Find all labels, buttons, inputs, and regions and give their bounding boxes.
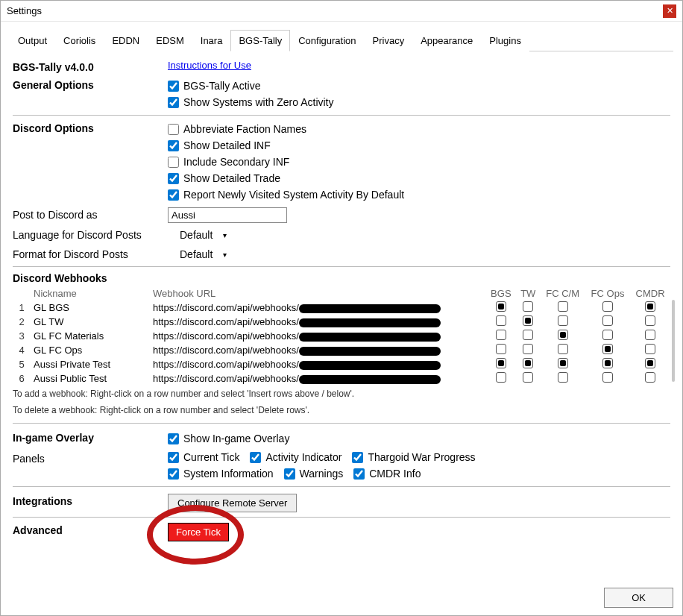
webhook-flag-checkbox[interactable]	[496, 358, 506, 368]
webhook-flag-checkbox[interactable]	[602, 315, 613, 326]
webhook-flag-checkbox[interactable]	[523, 315, 533, 326]
tab-bar: OutputCoriolisEDDNEDSMInaraBGS-TallyConf…	[10, 29, 673, 51]
scrollbar[interactable]	[672, 300, 675, 382]
webhook-nickname[interactable]: GL TW	[31, 315, 150, 329]
window-title: Settings	[7, 5, 663, 16]
general-opt-checkbox-1[interactable]	[168, 97, 179, 108]
tab-plugins[interactable]: Plugins	[481, 30, 529, 51]
row-number[interactable]: 4	[13, 343, 31, 357]
webhook-nickname[interactable]: GL FC Materials	[31, 329, 150, 343]
webhook-flag-checkbox[interactable]	[645, 344, 655, 354]
row-number[interactable]: 6	[13, 371, 31, 386]
webhook-flag-checkbox[interactable]	[602, 358, 613, 368]
webhook-flag-checkbox[interactable]	[645, 301, 655, 312]
tab-privacy[interactable]: Privacy	[365, 30, 413, 51]
table-row[interactable]: 2GL TWhttps://discord.com/api/webhooks/	[13, 315, 670, 329]
tab-coriolis[interactable]: Coriolis	[55, 30, 104, 51]
tab-eddn[interactable]: EDDN	[104, 30, 148, 51]
webhook-flag-checkbox[interactable]	[496, 301, 506, 312]
post-as-input[interactable]	[168, 207, 287, 223]
webhook-flag-checkbox[interactable]	[523, 372, 533, 383]
webhook-url[interactable]: https://discord.com/api/webhooks/	[150, 371, 486, 386]
tab-configuration[interactable]: Configuration	[290, 30, 364, 51]
discord-opt-checkbox-2[interactable]	[168, 157, 179, 168]
webhook-flag-checkbox[interactable]	[496, 344, 506, 354]
table-row[interactable]: 4GL FC Opshttps://discord.com/api/webhoo…	[13, 343, 670, 357]
webhook-nickname[interactable]: Aussi Public Test	[31, 371, 150, 386]
webhook-url[interactable]: https://discord.com/api/webhooks/	[150, 329, 486, 343]
webhook-header: BGS	[486, 286, 517, 301]
webhook-flag-checkbox[interactable]	[558, 301, 568, 312]
table-row[interactable]: 6Aussi Public Testhttps://discord.com/ap…	[13, 371, 670, 386]
panels-label: Panels	[13, 451, 168, 465]
webhook-nickname[interactable]: GL BGS	[31, 301, 150, 315]
webhook-flag-checkbox[interactable]	[523, 301, 533, 312]
instructions-link[interactable]: Instructions for Use	[168, 60, 251, 71]
discord-opt-checkbox-0[interactable]	[168, 124, 179, 135]
show-overlay-checkbox[interactable]	[168, 433, 179, 444]
panel1-checkbox-1[interactable]	[250, 452, 261, 463]
tab-bgs-tally[interactable]: BGS-Tally	[230, 30, 290, 51]
webhook-flag-checkbox[interactable]	[558, 344, 568, 354]
format-dropdown[interactable]: Default ▾	[177, 247, 230, 262]
webhook-flag-checkbox[interactable]	[645, 330, 655, 340]
language-dropdown[interactable]: Default ▾	[177, 227, 230, 242]
redacted-text	[299, 347, 441, 356]
webhook-nickname[interactable]: Aussi Private Test	[31, 357, 150, 371]
configure-remote-server-button[interactable]: Configure Remote Server	[168, 494, 297, 512]
row-number[interactable]: 5	[13, 357, 31, 371]
webhook-url[interactable]: https://discord.com/api/webhooks/	[150, 315, 486, 329]
panel1-checkbox-0[interactable]	[168, 452, 179, 463]
row-number[interactable]: 3	[13, 329, 31, 343]
discord-opt-checkbox-1[interactable]	[168, 140, 179, 151]
webhook-flag-checkbox[interactable]	[558, 372, 568, 383]
webhook-flag-checkbox[interactable]	[602, 301, 613, 312]
force-tick-button[interactable]: Force Tick	[168, 523, 229, 541]
table-row[interactable]: 1GL BGShttps://discord.com/api/webhooks/	[13, 301, 670, 315]
format-value: Default	[180, 248, 213, 260]
webhook-flag-checkbox[interactable]	[523, 358, 533, 368]
redacted-text	[299, 304, 441, 313]
close-button[interactable]: ✕	[663, 4, 676, 18]
redacted-text	[299, 361, 441, 370]
webhook-flag-checkbox[interactable]	[558, 358, 568, 368]
webhook-nickname[interactable]: GL FC Ops	[31, 343, 150, 357]
row-number[interactable]: 2	[13, 315, 31, 329]
ok-button[interactable]: OK	[604, 588, 673, 608]
general-opt-checkbox-0[interactable]	[168, 81, 179, 92]
table-row[interactable]: 3GL FC Materialshttps://discord.com/api/…	[13, 329, 670, 343]
tab-inara[interactable]: Inara	[192, 30, 231, 51]
row-number[interactable]: 1	[13, 301, 31, 315]
tab-output[interactable]: Output	[10, 30, 55, 51]
webhook-flag-checkbox[interactable]	[602, 330, 613, 340]
webhook-flag-checkbox[interactable]	[558, 330, 568, 340]
webhook-flag-checkbox[interactable]	[602, 344, 613, 354]
webhook-flag-checkbox[interactable]	[496, 372, 506, 383]
webhook-flag-checkbox[interactable]	[496, 315, 506, 326]
panel1-checkbox-2[interactable]	[352, 452, 363, 463]
webhook-flag-checkbox[interactable]	[558, 315, 568, 326]
webhook-flag-checkbox[interactable]	[523, 330, 533, 340]
panel2-checkbox-0[interactable]	[168, 468, 179, 480]
webhook-flag-checkbox[interactable]	[645, 358, 655, 368]
post-as-label: Post to Discord as	[13, 207, 168, 221]
discord-opt-checkbox-3[interactable]	[168, 173, 179, 184]
webhook-flag-checkbox[interactable]	[645, 315, 655, 326]
webhook-flag-checkbox[interactable]	[496, 330, 506, 340]
webhooks-table[interactable]: NicknameWebhook URLBGSTWFC C/MFC OpsCMDR…	[13, 286, 670, 386]
webhook-flag-checkbox[interactable]	[602, 372, 613, 383]
panel2-checkbox-1[interactable]	[284, 468, 295, 480]
webhooks-table-wrap: NicknameWebhook URLBGSTWFC C/MFC OpsCMDR…	[13, 286, 670, 386]
webhook-flag-checkbox[interactable]	[645, 372, 655, 383]
panel2-checkbox-2[interactable]	[353, 468, 365, 480]
webhook-url[interactable]: https://discord.com/api/webhooks/	[150, 301, 486, 315]
discord-opt-checkbox-4[interactable]	[168, 189, 179, 201]
webhook-url[interactable]: https://discord.com/api/webhooks/	[150, 343, 486, 357]
webhook-header: FC Ops	[585, 286, 630, 301]
tab-appearance[interactable]: Appearance	[412, 30, 481, 51]
webhook-url[interactable]: https://discord.com/api/webhooks/	[150, 357, 486, 371]
table-row[interactable]: 5Aussi Private Testhttps://discord.com/a…	[13, 357, 670, 371]
tab-edsm[interactable]: EDSM	[148, 30, 192, 51]
webhook-flag-checkbox[interactable]	[523, 344, 533, 354]
general-options-list: BGS-Tally ActiveShow Systems with Zero A…	[168, 78, 670, 110]
